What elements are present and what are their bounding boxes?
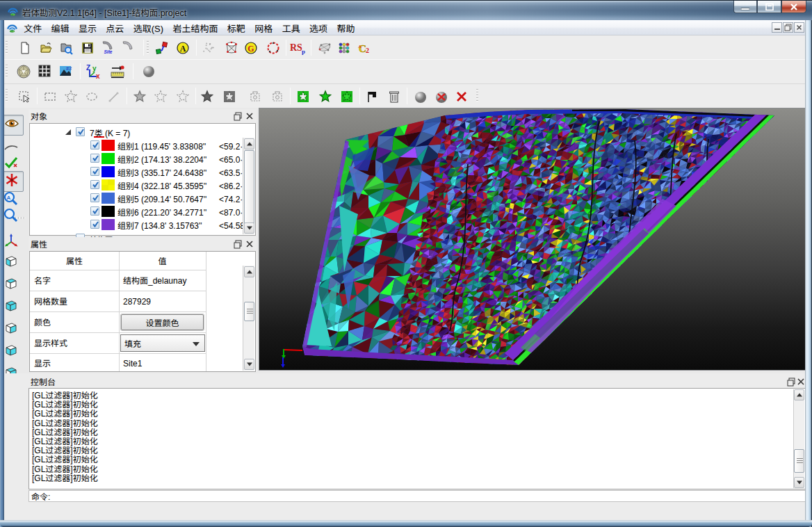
svg-text:Site: Site [104, 49, 113, 54]
svg-text:#3: #3 [66, 66, 72, 71]
svg-text:x: x [96, 72, 100, 79]
svg-text:A: A [7, 195, 11, 201]
svg-text:RS: RS [290, 42, 302, 53]
svg-text:y: y [92, 65, 97, 72]
svg-text:A: A [180, 44, 186, 54]
svg-text:p: p [302, 48, 305, 55]
svg-text:A: A [358, 44, 362, 49]
svg-text:G: G [247, 44, 254, 54]
svg-text:2: 2 [366, 47, 369, 54]
